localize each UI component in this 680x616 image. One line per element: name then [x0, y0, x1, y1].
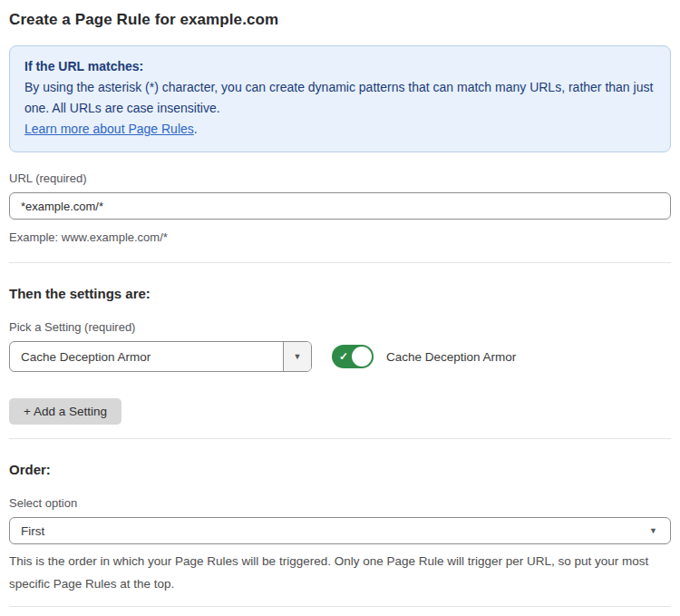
- order-section-heading: Order:: [9, 462, 671, 477]
- settings-section-heading: Then the settings are:: [9, 286, 671, 301]
- divider: [9, 438, 671, 439]
- add-setting-button[interactable]: + Add a Setting: [9, 398, 121, 425]
- setting-dropdown[interactable]: Cache Deception Armor ▼: [9, 341, 312, 372]
- chevron-down-icon: ▼: [649, 526, 657, 535]
- order-select[interactable]: First ▼: [9, 517, 671, 544]
- chevron-down-icon[interactable]: ▼: [283, 342, 311, 371]
- page-rule-form: Create a Page Rule for example.com If th…: [0, 11, 680, 616]
- info-box-heading: If the URL matches:: [24, 56, 656, 77]
- toggle-knob: [352, 347, 372, 367]
- info-box-body: By using the asterisk (*) character, you…: [24, 77, 656, 119]
- order-select-value: First: [21, 524, 649, 538]
- learn-more-link[interactable]: Learn more about Page Rules: [24, 122, 194, 136]
- pick-setting-label: Pick a Setting (required): [9, 320, 671, 334]
- setting-dropdown-value: Cache Deception Armor: [10, 342, 283, 371]
- toggle-label: Cache Deception Armor: [386, 350, 516, 364]
- url-input[interactable]: [9, 192, 671, 220]
- url-example-helper: Example: www.example.com/*: [9, 226, 671, 249]
- check-icon: ✓: [339, 350, 348, 363]
- order-helper-text: This is the order in which your Page Rul…: [9, 550, 671, 595]
- page-title: Create a Page Rule for example.com: [9, 11, 671, 29]
- divider: [9, 262, 671, 263]
- info-box-link-line: Learn more about Page Rules.: [24, 119, 656, 140]
- link-suffix: .: [194, 122, 198, 136]
- cache-deception-armor-toggle[interactable]: ✓: [332, 345, 374, 368]
- divider: [9, 606, 671, 607]
- select-option-label: Select option: [9, 496, 671, 510]
- url-field-label: URL (required): [9, 171, 671, 185]
- url-match-info-box: If the URL matches: By using the asteris…: [9, 45, 671, 152]
- setting-row: Cache Deception Armor ▼ ✓ Cache Deceptio…: [9, 341, 671, 372]
